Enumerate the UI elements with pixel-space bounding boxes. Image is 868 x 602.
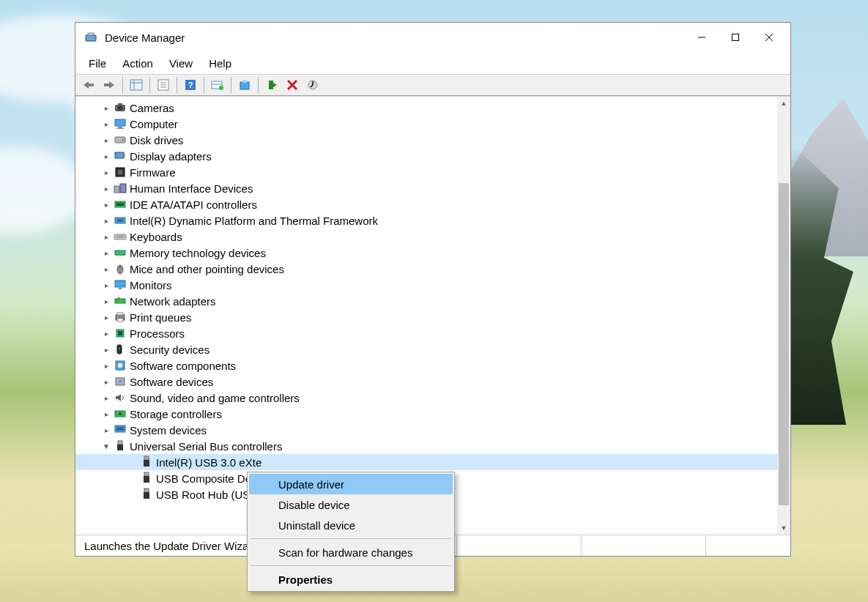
svg-rect-47 <box>119 255 121 256</box>
menu-help[interactable]: Help <box>201 54 239 73</box>
ctx-disable-device[interactable]: Disable device <box>249 494 453 515</box>
chevron-right-icon[interactable]: ▸ <box>102 152 111 160</box>
maximize-button[interactable] <box>719 26 752 49</box>
chevron-right-icon[interactable]: ▸ <box>102 393 111 402</box>
ctx-update-driver[interactable]: Update driver <box>249 474 453 494</box>
chevron-right-icon[interactable]: ▸ <box>102 313 111 322</box>
enable-device-button[interactable] <box>262 76 281 94</box>
update-driver-button[interactable] <box>235 76 254 94</box>
ctx-properties[interactable]: Properties <box>249 569 453 590</box>
chevron-right-icon[interactable]: ▸ <box>102 361 111 370</box>
disable-device-button[interactable] <box>303 76 322 94</box>
scroll-track[interactable] <box>777 110 790 521</box>
tree-category[interactable]: ▸Sound, video and game controllers <box>75 390 777 406</box>
chevron-right-icon[interactable]: ▸ <box>102 248 111 257</box>
tree-category[interactable]: ▸Mice and other pointing devices <box>75 261 777 277</box>
svg-rect-21 <box>242 80 247 83</box>
tree-item-label: Intel(R) USB 3.0 eXte <box>156 456 264 469</box>
menubar: File Action View Help <box>75 52 790 74</box>
tree-item-label: Display adapters <box>130 150 215 163</box>
scroll-thumb[interactable] <box>779 183 789 505</box>
tree-category[interactable]: ▸Firmware <box>75 164 777 180</box>
tree-category[interactable]: ▸Software devices <box>75 374 777 390</box>
software-device-icon <box>114 375 127 388</box>
tree-category[interactable]: ▸Intel(R) Dynamic Platform and Thermal F… <box>75 212 777 228</box>
uninstall-device-button[interactable] <box>283 76 302 94</box>
tree-item-label: Software components <box>130 360 239 372</box>
tree-item-label: USB Root Hub (USB <box>156 488 260 501</box>
scroll-down-button[interactable]: ▼ <box>777 521 790 535</box>
tree-item-label: Firmware <box>130 166 179 179</box>
chevron-right-icon[interactable]: ▸ <box>102 184 111 193</box>
ctx-uninstall-device[interactable]: Uninstall device <box>249 515 453 535</box>
menu-action[interactable]: Action <box>115 54 160 73</box>
tree-category[interactable]: ▸Display adapters <box>75 148 777 164</box>
tree-category[interactable]: ▸Human Interface Devices <box>75 180 777 196</box>
svg-rect-28 <box>118 127 122 128</box>
menu-file[interactable]: File <box>81 54 114 73</box>
help-button[interactable]: ? <box>181 76 200 94</box>
chevron-down-icon[interactable]: ▼ <box>102 442 111 450</box>
tree-category[interactable]: ▼Universal Serial Bus controllers <box>75 438 777 454</box>
chevron-right-icon[interactable]: ▸ <box>102 377 111 386</box>
toolbar: ? <box>75 74 790 96</box>
tree-category[interactable]: ▸Processors <box>75 325 777 341</box>
tree-category[interactable]: ▸System devices <box>75 422 777 438</box>
tree-device[interactable]: Intel(R) USB 3.0 eXte <box>75 454 777 470</box>
tree-item-label: Security devices <box>130 343 212 356</box>
scroll-up-button[interactable]: ▲ <box>777 97 790 110</box>
tree-category[interactable]: ▸IDE ATA/ATAPI controllers <box>75 196 777 212</box>
chevron-right-icon[interactable]: ▸ <box>102 345 111 354</box>
cpu-icon <box>114 327 127 340</box>
tree-category[interactable]: ▸Software components <box>75 357 777 374</box>
tree-item-label: Intel(R) Dynamic Platform and Thermal Fr… <box>130 215 381 227</box>
tree-item-label: Monitors <box>130 279 175 291</box>
chevron-right-icon[interactable]: ▸ <box>102 135 111 144</box>
tree-item-label: Human Interface Devices <box>130 182 256 195</box>
svg-point-19 <box>219 86 223 90</box>
tree-category[interactable]: ▸Print queues <box>75 309 777 325</box>
tree-category[interactable]: ▸Storage controllers <box>75 406 777 422</box>
chevron-right-icon[interactable]: ▸ <box>102 426 111 434</box>
chevron-right-icon[interactable]: ▸ <box>102 119 111 128</box>
chevron-right-icon[interactable]: ▸ <box>102 409 111 418</box>
forward-button[interactable] <box>100 76 119 94</box>
tree-category[interactable]: ▸Computer <box>75 116 777 132</box>
tree-category[interactable]: ▸Keyboards <box>75 228 777 245</box>
show-hide-tree-button[interactable] <box>127 76 146 94</box>
chevron-right-icon[interactable]: ▸ <box>102 264 111 273</box>
svg-rect-29 <box>116 128 124 129</box>
tree-category[interactable]: ▸Monitors <box>75 277 777 293</box>
scan-hardware-button[interactable] <box>208 76 227 94</box>
chevron-right-icon[interactable]: ▸ <box>102 232 111 241</box>
software-component-icon <box>114 359 127 372</box>
tree-category[interactable]: ▸Disk drives <box>75 132 777 148</box>
tree-category[interactable]: ▸Memory technology devices <box>75 245 777 261</box>
chevron-right-icon[interactable]: ▸ <box>102 103 111 112</box>
usb-plug-icon <box>140 472 153 485</box>
properties-button[interactable] <box>154 76 173 94</box>
tree-category[interactable]: ▸Network adapters <box>75 293 777 309</box>
ctx-scan-hardware[interactable]: Scan for hardware changes <box>249 542 453 562</box>
chevron-right-icon[interactable]: ▸ <box>102 200 111 209</box>
menu-view[interactable]: View <box>162 54 200 73</box>
back-button[interactable] <box>79 76 98 94</box>
titlebar[interactable]: Device Manager <box>75 23 790 52</box>
tree-category[interactable]: ▸Security devices <box>75 341 777 357</box>
svg-rect-59 <box>118 331 122 335</box>
close-button[interactable] <box>752 26 786 49</box>
chevron-right-icon[interactable]: ▸ <box>102 297 111 305</box>
context-menu: Update driver Disable device Uninstall d… <box>247 472 455 592</box>
chevron-right-icon[interactable]: ▸ <box>102 329 111 338</box>
vertical-scrollbar[interactable]: ▲ ▼ <box>777 97 790 535</box>
minimize-button[interactable] <box>685 26 719 49</box>
svg-rect-54 <box>117 297 120 299</box>
svg-rect-35 <box>118 170 122 174</box>
chevron-right-icon[interactable]: ▸ <box>102 216 111 225</box>
svg-rect-70 <box>118 441 122 445</box>
chevron-right-icon[interactable]: ▸ <box>102 168 111 176</box>
device-tree[interactable]: ▸Cameras▸Computer▸Disk drives▸Display ad… <box>75 97 777 535</box>
chevron-right-icon[interactable]: ▸ <box>102 280 111 289</box>
tree-category[interactable]: ▸Cameras <box>75 100 777 116</box>
svg-point-31 <box>122 139 124 141</box>
